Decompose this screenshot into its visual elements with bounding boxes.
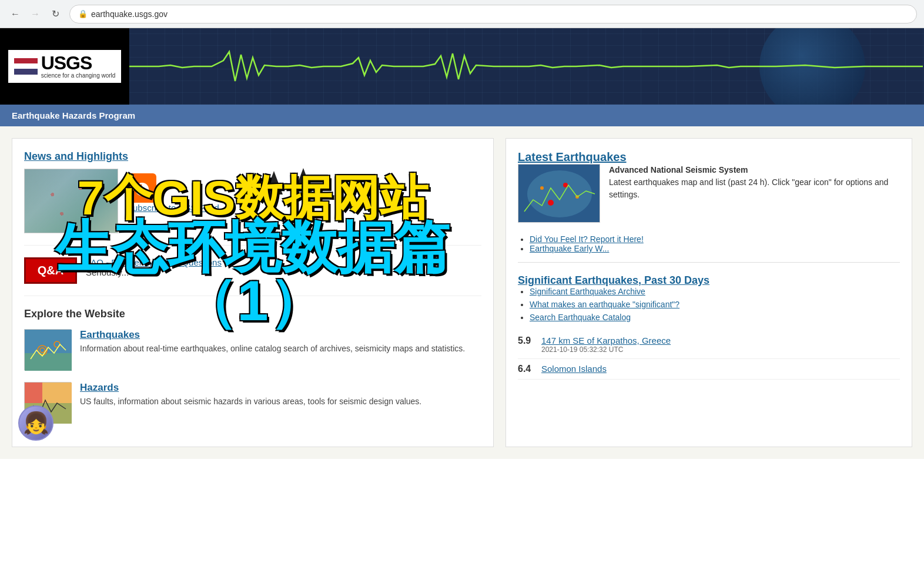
earthquakes-thumbnail xyxy=(24,329,71,370)
usgs-flag-icon xyxy=(14,58,38,75)
svg-point-11 xyxy=(540,186,544,190)
usgs-logo-area: USGS science for a changing world xyxy=(0,28,129,105)
svg-rect-7 xyxy=(42,383,72,403)
sig-search-link[interactable]: Search Earthquake Catalog xyxy=(530,313,631,322)
hazards-link[interactable]: Hazards xyxy=(80,382,119,393)
anss-thumbnail xyxy=(518,164,600,223)
usgs-header: USGS science for a changing world xyxy=(0,28,924,105)
nav-buttons: ← → ↻ xyxy=(7,6,63,22)
avatar-icon: 👧 xyxy=(23,411,49,435)
news-section: News and Highlights ◕ Subscribe to RSS F… xyxy=(24,150,481,233)
list-item: What makes an earthquake "significant"? xyxy=(530,300,900,309)
news-highlights-link[interactable]: News and Highlights xyxy=(24,150,128,162)
explore-title: Explore the Website xyxy=(24,308,481,320)
spike-decoration-2 xyxy=(294,168,312,192)
sig-archive-link[interactable]: Significant Earthquakes Archive xyxy=(530,287,645,296)
refresh-button[interactable]: ↻ xyxy=(47,6,63,22)
right-panel: Latest Earthquakes Advanced National Sei… xyxy=(505,138,912,447)
divider xyxy=(518,262,900,263)
anss-desc: Latest earthquakes map and list (past 24… xyxy=(609,177,888,199)
hazards-desc: US faults, information about seismic haz… xyxy=(80,396,481,408)
lock-icon: 🔒 xyxy=(78,9,88,18)
spike-decoration-1 xyxy=(265,171,283,194)
usgs-logo: USGS science for a changing world xyxy=(8,50,122,83)
sig-what-link[interactable]: What makes an earthquake "significant"? xyxy=(530,300,679,309)
list-item: Search Earthquake Catalog xyxy=(530,313,900,322)
hazards-content: Hazards US faults, information about sei… xyxy=(80,382,481,408)
significant-section: Significant Earthquakes, Past 30 Days Si… xyxy=(518,274,900,380)
anss-title: Advanced National Seismic System xyxy=(609,165,748,175)
did-you-feel-section: Did You Feel It? Report it Here! Earthqu… xyxy=(518,234,900,253)
earthquake-entry-1: 5.9 147 km SE of Karpathos, Greece 2021-… xyxy=(518,331,900,359)
list-item: Significant Earthquakes Archive xyxy=(530,287,900,296)
nav-bar: Earthquake Hazards Program xyxy=(0,105,924,126)
url-text: earthquake.usgs.gov xyxy=(91,9,168,19)
earthquakes-map-icon xyxy=(25,330,72,371)
anss-map-icon xyxy=(518,165,600,223)
usgs-logo-box: USGS science for a changing world xyxy=(8,50,122,83)
location-link-2[interactable]: Solomon Islands xyxy=(541,364,607,374)
qa-text: FAQ - Frequently Asked Questions Serious… xyxy=(86,257,222,277)
earthquakes-link[interactable]: Earthquakes xyxy=(80,329,140,340)
qa-section: Q&A FAQ - Frequently Asked Questions Ser… xyxy=(24,245,481,284)
usgs-text-block: USGS science for a changing world xyxy=(41,53,116,79)
qa-desc: Seriously... xyxy=(86,267,222,277)
anss-section: Advanced National Seismic System Latest … xyxy=(518,164,900,223)
rss-symbol: ◕ xyxy=(135,179,149,198)
seismic-banner xyxy=(129,28,924,105)
browser-chrome: ← → ↻ 🔒 earthquake.usgs.gov xyxy=(0,0,924,28)
earthquakes-desc: Information about real-time earthquakes,… xyxy=(80,343,481,355)
magnitude-1: 5.9 xyxy=(518,336,535,346)
svg-rect-1 xyxy=(25,353,72,371)
usgs-tagline: science for a changing world xyxy=(41,72,116,79)
qa-badge: Q&A xyxy=(24,257,77,284)
forward-button[interactable]: → xyxy=(27,6,43,22)
map-overlay-icon xyxy=(25,169,118,233)
avatar: 👧 xyxy=(18,405,53,441)
rss-subscribe-link[interactable]: Subscribe to RSS Feed xyxy=(127,203,219,213)
seismic-wave-icon xyxy=(129,49,923,84)
earthquake-entry-2: 6.4 Solomon Islands xyxy=(518,359,900,380)
faq-link[interactable]: FAQ - Frequently Asked Questions xyxy=(86,257,222,267)
earthquakes-content: Earthquakes Information about real-time … xyxy=(80,329,481,355)
main-content: 7个GIS数据网站 生态环境数据篇 （1） News and Highlight… xyxy=(0,126,924,459)
significant-links-list: Significant Earthquakes Archive What mak… xyxy=(518,287,900,322)
back-button[interactable]: ← xyxy=(7,6,24,22)
address-bar[interactable]: 🔒 earthquake.usgs.gov xyxy=(69,5,917,24)
eq-details-1: 147 km SE of Karpathos, Greece 2021-10-1… xyxy=(541,336,671,354)
eq-time-1: 2021-10-19 05:32:32 UTC xyxy=(541,345,671,354)
anss-text: Advanced National Seismic System Latest … xyxy=(609,164,900,223)
did-you-feel-link[interactable]: Did You Feel It? Report it Here! xyxy=(530,234,644,244)
significant-title-link[interactable]: Significant Earthquakes, Past 30 Days xyxy=(518,274,709,286)
explore-section: Explore the Website Earthquakes Informat… xyxy=(24,296,481,423)
magnitude-2: 6.4 xyxy=(518,364,535,374)
news-thumbnail xyxy=(24,169,118,233)
nav-label: Earthquake Hazards Program xyxy=(12,110,135,120)
eq-details-2: Solomon Islands xyxy=(541,364,607,374)
left-panel: 7个GIS数据网站 生态环境数据篇 （1） News and Highlight… xyxy=(12,138,494,447)
latest-earthquakes-link[interactable]: Latest Earthquakes xyxy=(518,150,627,163)
news-content: ◕ Subscribe to RSS Feed xyxy=(24,169,481,233)
news-links: ◕ Subscribe to RSS Feed xyxy=(127,169,219,213)
hazards-item: Hazards US faults, information about sei… xyxy=(24,382,481,423)
location-link-1[interactable]: 147 km SE of Karpathos, Greece xyxy=(541,336,671,345)
rss-icon: ◕ xyxy=(127,173,156,203)
early-warning-link[interactable]: Earthquake Early W... xyxy=(530,244,609,253)
svg-point-14 xyxy=(548,200,554,206)
usgs-main-label: USGS xyxy=(41,53,116,72)
earthquakes-item: Earthquakes Information about real-time … xyxy=(24,329,481,370)
svg-rect-6 xyxy=(25,383,42,403)
